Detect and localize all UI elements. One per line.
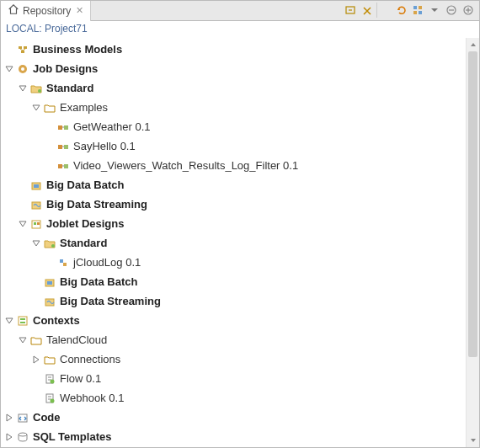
folder-icon xyxy=(43,237,56,250)
svg-rect-20 xyxy=(64,125,68,130)
tree-label: Standard xyxy=(46,82,93,94)
tree-label: SQL Templates xyxy=(33,430,111,443)
tree-item-joblet-bds[interactable]: Big Data Streaming xyxy=(3,291,466,311)
tree-item-job[interactable]: GetWeather 0.1 xyxy=(3,117,466,136)
repository-tree: Business Models Job Designs Standard E xyxy=(1,38,466,447)
svg-point-46 xyxy=(51,379,55,383)
svg-rect-26 xyxy=(64,164,68,168)
scroll-track[interactable] xyxy=(467,51,479,434)
scroll-up-icon[interactable] xyxy=(467,38,479,51)
collapse-icon[interactable] xyxy=(3,411,16,424)
svg-rect-22 xyxy=(58,145,62,149)
bigdata-batch-icon xyxy=(43,275,56,289)
tree-label: Connections xyxy=(60,353,120,365)
link-editor-button[interactable] xyxy=(360,3,375,18)
tree-label: Webhook 0.1 xyxy=(60,392,124,404)
tree-label: jCloudLog 0.1 xyxy=(73,256,141,269)
svg-point-52 xyxy=(19,433,27,436)
folder-icon xyxy=(29,82,43,95)
sql-icon xyxy=(16,430,29,444)
tree-item-big-data-streaming[interactable]: Big Data Streaming xyxy=(3,195,466,214)
refresh-button[interactable] xyxy=(393,3,408,18)
svg-line-15 xyxy=(23,49,25,51)
tree-item-business-models[interactable]: Business Models xyxy=(3,40,466,59)
svg-rect-13 xyxy=(21,51,24,53)
collapse-all-button[interactable] xyxy=(343,3,358,18)
tree-item-joblet-bdb[interactable]: Big Data Batch xyxy=(3,272,466,291)
expand-icon[interactable] xyxy=(29,237,43,250)
tree-label: Business Models xyxy=(33,43,122,56)
expand-icon[interactable] xyxy=(29,101,43,115)
svg-rect-36 xyxy=(63,263,67,266)
svg-rect-40 xyxy=(19,317,27,325)
tree-item-talendcloud[interactable]: TalendCloud xyxy=(3,330,466,349)
collapse-icon[interactable] xyxy=(29,353,43,366)
folder-open-icon xyxy=(29,333,43,347)
tree-item-connections[interactable]: Connections xyxy=(3,349,466,369)
tree-item-standard[interactable]: Standard xyxy=(3,78,466,98)
tree-label: Standard xyxy=(60,237,107,249)
separator xyxy=(376,3,392,18)
svg-rect-41 xyxy=(20,318,25,320)
tree-label: Big Data Batch xyxy=(60,275,137,288)
project-title: LOCAL: Project71 xyxy=(1,21,479,38)
tree-item-sql-templates[interactable]: SQL Templates xyxy=(3,427,466,446)
tree-item-joblet-standard[interactable]: Standard xyxy=(3,233,466,253)
expand-icon[interactable] xyxy=(16,217,29,231)
tree-label: Video_Viewers_Watch_Results_Log_Filter 0… xyxy=(73,159,298,172)
joblet-item-icon xyxy=(56,256,70,269)
svg-rect-11 xyxy=(19,46,22,49)
tree-item-context[interactable]: Webhook 0.1 xyxy=(3,388,466,408)
tree-label: SayHello 0.1 xyxy=(73,140,136,152)
expand-icon[interactable] xyxy=(3,62,16,76)
tree-label: Contexts xyxy=(33,314,80,327)
tree-label: GetWeather 0.1 xyxy=(73,120,151,133)
view-menu-button[interactable] xyxy=(427,3,442,18)
tree-label: Big Data Streaming xyxy=(60,295,161,307)
contexts-icon xyxy=(16,314,29,328)
maximize-button[interactable] xyxy=(461,3,476,18)
tree-label: Joblet Designs xyxy=(46,217,124,230)
home-icon xyxy=(8,3,19,18)
tree-item-job[interactable]: Video_Viewers_Watch_Results_Log_Filter 0… xyxy=(3,156,466,175)
tree-item-examples[interactable]: Examples xyxy=(3,98,466,117)
bigdata-batch-icon xyxy=(29,179,43,192)
svg-rect-39 xyxy=(45,299,54,306)
tree-item-job-designs[interactable]: Job Designs xyxy=(3,59,466,78)
tree-item-contexts[interactable]: Contexts xyxy=(3,311,466,330)
vertical-scrollbar[interactable] xyxy=(466,38,479,447)
expand-icon[interactable] xyxy=(16,333,29,347)
scroll-down-icon[interactable] xyxy=(467,434,479,447)
tree-item-joblet[interactable]: jCloudLog 0.1 xyxy=(3,253,466,272)
expand-icon[interactable] xyxy=(3,314,16,328)
repository-tab[interactable]: Repository ✕ xyxy=(1,1,91,21)
svg-rect-32 xyxy=(34,222,36,225)
tree-item-job[interactable]: SayHello 0.1 xyxy=(3,136,466,156)
svg-rect-19 xyxy=(58,125,62,130)
tree-label: Job Designs xyxy=(33,62,98,75)
job-icon xyxy=(56,120,70,134)
scroll-thumb[interactable] xyxy=(468,51,477,357)
job-designs-icon xyxy=(16,62,29,76)
svg-rect-12 xyxy=(24,46,27,49)
tree-item-code[interactable]: Code xyxy=(3,408,466,427)
svg-point-18 xyxy=(38,89,41,93)
svg-rect-29 xyxy=(34,184,39,188)
svg-rect-4 xyxy=(413,11,417,14)
minimize-button[interactable] xyxy=(444,3,459,18)
open-perspective-button[interactable] xyxy=(410,3,425,18)
tree-item-context[interactable]: Flow 0.1 xyxy=(3,369,466,388)
svg-rect-33 xyxy=(37,222,40,225)
expand-icon[interactable] xyxy=(16,82,29,95)
tree-item-joblet-designs[interactable]: Joblet Designs xyxy=(3,214,466,233)
context-group-icon xyxy=(43,372,56,386)
collapse-icon[interactable] xyxy=(3,430,16,444)
svg-rect-5 xyxy=(419,11,422,14)
tree-label: Examples xyxy=(60,101,108,114)
job-icon xyxy=(56,140,70,153)
close-tab-icon[interactable]: ✕ xyxy=(76,5,83,16)
svg-rect-38 xyxy=(47,281,52,285)
svg-rect-35 xyxy=(60,259,63,263)
tree-item-big-data-batch[interactable]: Big Data Batch xyxy=(3,175,466,195)
svg-point-34 xyxy=(51,244,55,248)
